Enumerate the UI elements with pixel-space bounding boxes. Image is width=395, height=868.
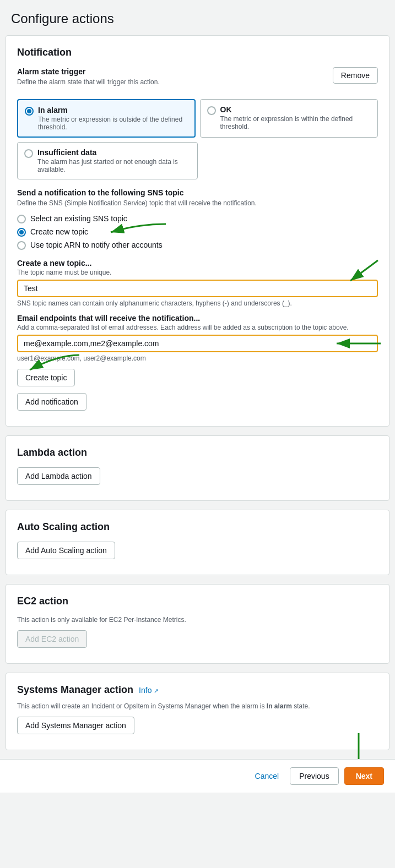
create-topic-button[interactable]: Create topic [17,369,75,386]
add-notification-button[interactable]: Add notification [17,393,86,411]
alarm-option-in-alarm[interactable]: In alarm The metric or expression is out… [17,99,196,138]
new-topic-group: Create a new topic... The topic name mus… [17,259,378,307]
alarm-state-label: Alarm state trigger [17,67,160,76]
lambda-section: Lambda action Add Lambda action [6,435,389,501]
add-ec2-button[interactable]: Add EC2 action [17,630,87,648]
add-lambda-button[interactable]: Add Lambda action [17,467,100,485]
insufficient-label: Insufficient data [37,148,191,157]
auto-scaling-title: Auto Scaling action [17,521,378,533]
systems-manager-desc-bold: In alarm [267,702,292,710]
systems-manager-desc-post: state. [292,702,310,710]
alarm-state-desc: Define the alarm state that will trigger… [17,78,160,86]
add-auto-scaling-button[interactable]: Add Auto Scaling action [17,542,115,559]
radio-ok [207,106,216,115]
ok-desc: The metric or expression is within the d… [220,115,371,130]
external-link-icon: ↗ [154,687,159,694]
radio-arn-sns [17,241,26,250]
systems-manager-title-row: Systems Manager action Info ↗ [17,684,378,696]
add-systems-manager-button[interactable]: Add Systems Manager action [17,717,134,734]
sns-desc: Define the SNS (Simple Notification Serv… [17,199,378,207]
systems-manager-title: Systems Manager action [17,684,133,696]
info-label: Info [139,686,151,695]
systems-manager-section: Systems Manager action Info ↗ This actio… [6,673,389,750]
lambda-title: Lambda action [17,447,378,458]
email-placeholder-hint: user1@example.com, user2@example.com [17,354,378,362]
new-topic-hint: SNS topic names can contain only alphanu… [17,299,378,307]
remove-button[interactable]: Remove [333,67,378,84]
email-label: Email endpoints that will receive the no… [17,314,378,323]
ec2-section: EC2 action This action is only available… [6,584,389,664]
radio-in-alarm [25,107,34,116]
insufficient-desc: The alarm has just started or not enough… [37,158,191,173]
sns-options: Select an existing SNS topic Create new … [17,214,378,250]
new-topic-input[interactable] [17,280,378,297]
arn-sns-label: Use topic ARN to notify other accounts [30,241,163,249]
notification-section: Notification Alarm state trigger Define … [6,35,389,427]
previous-button[interactable]: Previous [290,767,338,785]
email-group: Email endpoints that will receive the no… [17,314,378,362]
radio-new-sns [17,228,26,237]
sns-option-existing[interactable]: Select an existing SNS topic [17,214,378,223]
systems-manager-desc-pre: This action will create an Incident or O… [17,702,267,710]
ok-label: OK [220,105,371,114]
alarm-state-header: Alarm state trigger Define the alarm sta… [17,67,378,92]
email-sublabel: Add a comma-separated list of email addr… [17,324,378,331]
sns-label: Send a notification to the following SNS… [17,188,378,197]
sns-option-arn[interactable]: Use topic ARN to notify other accounts [17,240,378,250]
auto-scaling-section: Auto Scaling action Add Auto Scaling act… [6,510,389,575]
radio-existing-sns [17,215,26,223]
new-sns-label: Create new topic [30,227,88,236]
new-topic-label: Create a new topic... [17,259,378,268]
bottom-bar: Cancel Previous Next [0,759,395,793]
new-topic-sublabel: The topic name must be unique. [17,269,378,276]
alarm-option-ok[interactable]: OK The metric or expression is within th… [200,99,378,138]
radio-insufficient [24,149,33,158]
cancel-button[interactable]: Cancel [250,768,285,784]
email-input[interactable] [17,335,378,352]
systems-manager-info-link[interactable]: Info ↗ [139,686,159,695]
in-alarm-desc: The metric or expression is outside of t… [38,116,188,131]
ec2-desc: This action is only available for EC2 Pe… [17,616,378,624]
sns-group: Send a notification to the following SNS… [17,188,378,250]
in-alarm-label: In alarm [38,106,188,114]
systems-manager-desc: This action will create an Incident or O… [17,702,378,710]
alarm-state-options: In alarm The metric or expression is out… [17,99,378,138]
ec2-title: EC2 action [17,596,378,607]
notification-title: Notification [17,47,378,58]
page-title: Configure actions [0,0,395,35]
sns-option-new[interactable]: Create new topic [17,227,378,237]
existing-sns-label: Select an existing SNS topic [30,214,127,223]
alarm-option-insufficient[interactable]: Insufficient data The alarm has just sta… [17,142,198,179]
next-button[interactable]: Next [344,767,384,785]
